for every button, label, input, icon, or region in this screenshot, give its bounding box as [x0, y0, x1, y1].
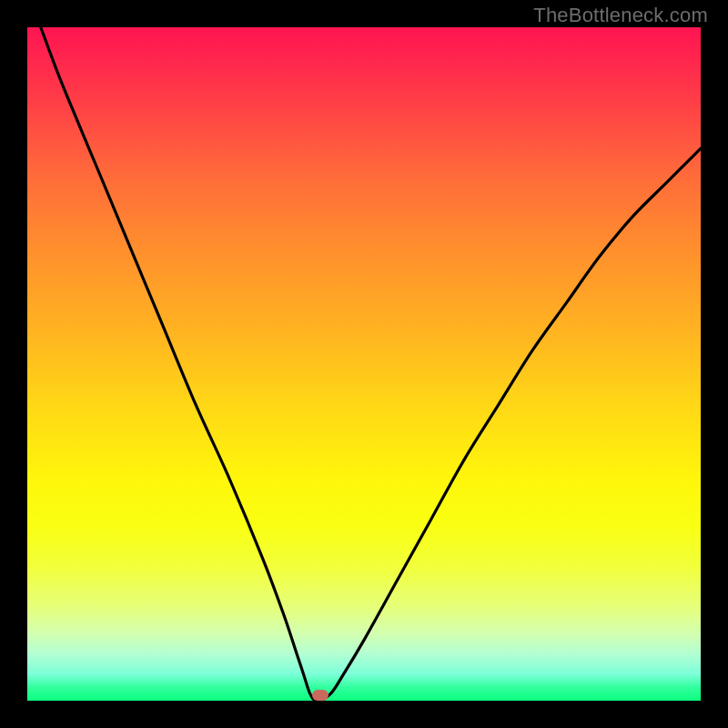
watermark-text: TheBottleneck.com — [533, 4, 708, 27]
bottleneck-curve — [27, 27, 701, 701]
chart-frame: TheBottleneck.com — [0, 0, 728, 728]
optimal-marker — [312, 690, 329, 701]
curve-path — [41, 27, 701, 701]
plot-area — [27, 27, 701, 701]
